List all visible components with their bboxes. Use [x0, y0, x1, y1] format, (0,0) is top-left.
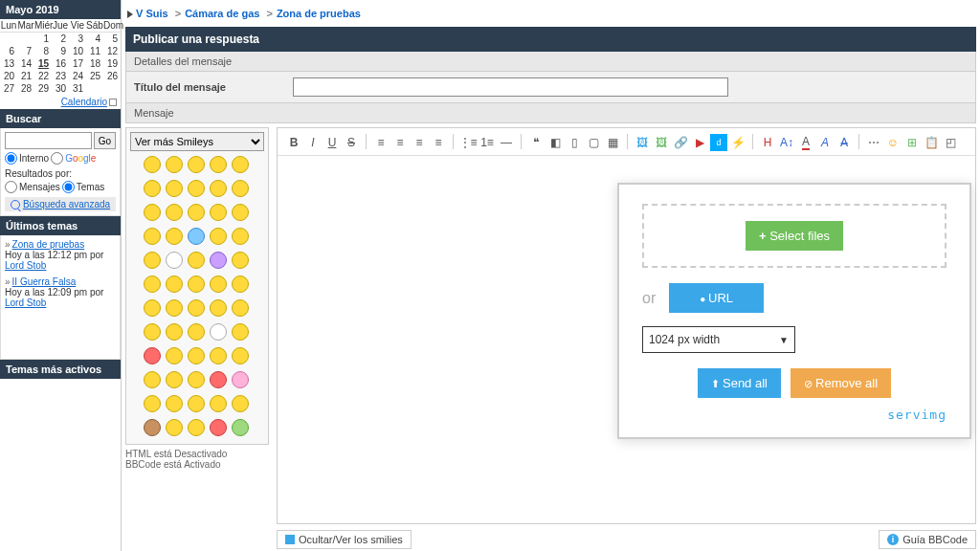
smiley-icon[interactable] — [232, 156, 249, 173]
search-scope-google[interactable] — [51, 152, 63, 165]
title-input[interactable] — [293, 77, 728, 97]
quote-button[interactable]: ❝ — [527, 134, 545, 151]
go-button[interactable]: Go — [94, 132, 116, 149]
bbcode-guide-button[interactable]: iGuía BBCode — [879, 530, 976, 549]
smiley-icon[interactable] — [144, 252, 161, 269]
smiley-icon[interactable] — [210, 395, 227, 412]
smiley-icon[interactable] — [210, 347, 227, 364]
fontfamily-button[interactable]: A — [816, 134, 834, 151]
calendar-link[interactable]: Calendario — [61, 97, 107, 107]
hidden-button[interactable]: ▢ — [585, 134, 602, 151]
smiley-icon[interactable] — [166, 323, 183, 341]
smiley-icon[interactable] — [188, 156, 205, 173]
bold-button[interactable]: B — [285, 134, 302, 151]
smiley-icon[interactable] — [210, 276, 227, 293]
toggle-smilies-button[interactable]: Ocultar/Ver los smilies — [277, 530, 412, 549]
code-button[interactable]: ◧ — [546, 134, 564, 151]
smiley-icon[interactable] — [210, 228, 227, 245]
fontcolor-button[interactable]: A — [797, 134, 814, 151]
search-scope-interno[interactable] — [5, 152, 17, 165]
smiley-icon[interactable] — [232, 204, 249, 221]
align-justify-button[interactable]: ≡ — [430, 134, 447, 151]
smiley-icon[interactable] — [188, 204, 205, 221]
smiley-icon[interactable] — [144, 204, 161, 221]
smiley-icon[interactable] — [144, 156, 161, 173]
smiley-icon[interactable] — [144, 395, 161, 412]
dropzone[interactable]: Select files — [642, 204, 947, 268]
user-link[interactable]: Lord Stob — [5, 260, 46, 271]
smiley-icon[interactable] — [166, 156, 183, 173]
smiley-icon[interactable] — [232, 299, 249, 317]
smiley-icon[interactable] — [232, 276, 249, 293]
align-right-button[interactable]: ≡ — [411, 134, 428, 151]
smiley-icon[interactable] — [166, 204, 183, 221]
smiley-icon[interactable] — [166, 180, 183, 197]
fontsize-button[interactable]: A↕ — [778, 134, 795, 151]
smiley-icon[interactable] — [144, 419, 161, 436]
smiley-icon[interactable] — [166, 395, 183, 412]
topic-link[interactable]: Zona de pruebas — [12, 239, 85, 250]
smiley-icon[interactable] — [210, 156, 227, 173]
search-input[interactable] — [5, 132, 92, 149]
smiley-icon[interactable] — [188, 371, 205, 388]
results-messages[interactable] — [5, 181, 17, 193]
bc-link[interactable]: V Suis — [136, 8, 168, 19]
smiley-icon[interactable] — [144, 276, 161, 293]
underline-button[interactable]: U — [323, 134, 341, 151]
smiley-icon[interactable] — [144, 228, 161, 245]
bc-link[interactable]: Cámara de gas — [185, 8, 259, 19]
source-button[interactable]: ◰ — [942, 134, 959, 151]
align-left-button[interactable]: ≡ — [372, 134, 390, 151]
smiley-icon[interactable] — [144, 299, 161, 317]
width-select[interactable]: 1024 px width▼ — [642, 326, 795, 353]
smiley-icon[interactable] — [210, 419, 227, 436]
smiley-icon[interactable] — [188, 323, 205, 341]
smiley-icon[interactable] — [232, 395, 249, 412]
youtube-button[interactable]: ▶ — [691, 134, 708, 151]
smiley-icon[interactable] — [232, 252, 249, 269]
results-topics[interactable] — [62, 181, 75, 193]
image-button[interactable]: 🖼 — [653, 134, 670, 151]
smiley-icon[interactable] — [210, 252, 227, 269]
smiley-icon[interactable] — [166, 419, 183, 436]
table-button[interactable]: ▦ — [604, 134, 621, 151]
smiley-icon[interactable] — [144, 347, 161, 364]
smiley-icon[interactable] — [166, 228, 183, 245]
url-button[interactable]: URL — [669, 283, 764, 313]
smiley-icon[interactable] — [232, 419, 249, 436]
header-button[interactable]: H — [759, 134, 776, 151]
bc-link[interactable]: Zona de pruebas — [277, 8, 361, 19]
topic-link[interactable]: II Guerra Falsa — [12, 276, 77, 287]
strike-button[interactable]: S — [343, 134, 360, 151]
smiley-icon[interactable] — [188, 347, 205, 364]
list-ul-button[interactable]: ⋮≡ — [459, 134, 477, 151]
smiley-icon[interactable] — [232, 228, 249, 245]
smiley-icon[interactable] — [188, 252, 205, 269]
smiley-icon[interactable] — [232, 371, 249, 388]
smiley-icon[interactable] — [188, 180, 205, 197]
smiley-icon[interactable] — [166, 299, 183, 317]
smiley-icon[interactable] — [188, 276, 205, 293]
smiley-icon[interactable] — [144, 180, 161, 197]
smiley-icon[interactable] — [166, 252, 183, 269]
more-button[interactable]: ⋯ — [865, 134, 882, 151]
smiley-icon[interactable] — [210, 204, 227, 221]
dailymotion-button[interactable]: d — [710, 134, 727, 151]
list-ol-button[interactable]: 1≡ — [479, 134, 496, 151]
flash-button[interactable]: ⚡ — [729, 134, 746, 151]
host-image-button[interactable]: 🖼 — [634, 134, 651, 151]
smiley-icon[interactable] — [210, 180, 227, 197]
italic-button[interactable]: I — [304, 134, 322, 151]
smiley-icon[interactable] — [188, 395, 205, 412]
smiley-icon[interactable] — [166, 276, 183, 293]
spoiler-button[interactable]: ▯ — [566, 134, 583, 151]
editor-body[interactable]: Select files or URL 1024 px width▼ ⬆ Sen… — [278, 156, 975, 523]
smiley-icon[interactable] — [232, 180, 249, 197]
smiley-icon[interactable] — [210, 299, 227, 317]
smiley-icon[interactable] — [188, 419, 205, 436]
removefmt-button[interactable]: A̶ — [835, 134, 853, 151]
date-button[interactable]: ⊞ — [903, 134, 921, 151]
select-files-button[interactable]: Select files — [746, 221, 843, 251]
paste-button[interactable]: 📋 — [923, 134, 940, 151]
remove-all-button[interactable]: ⊘ Remove all — [791, 368, 891, 398]
